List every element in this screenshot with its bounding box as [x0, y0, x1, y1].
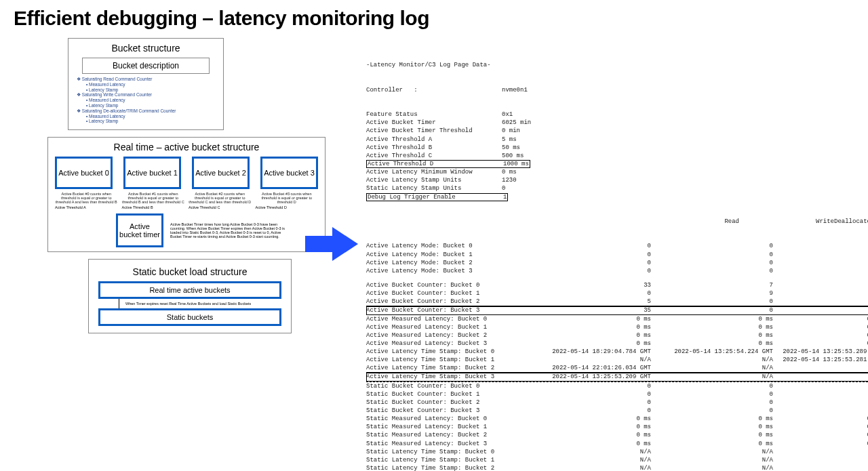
threshold-label: Active Threshold D [256, 205, 319, 209]
bucket-subitem: Measured Latency [77, 82, 216, 87]
log-row: Static Bucket Counter: Bucket 2000 [366, 398, 868, 407]
log-row: Active Latency Time Stamp: Bucket 22022-… [366, 364, 868, 373]
static-bucket-panel: Static bucket load structure Real time a… [88, 259, 292, 333]
static-panel-title: Static bucket load structure [98, 266, 281, 277]
arrow-icon [305, 224, 359, 264]
log-field: Feature Status0x1 [366, 110, 868, 119]
bucket-structure-list: Saturating Read Command CounterMeasured … [75, 77, 216, 124]
bucket-desc: Active Bucket #2 counts when threshold i… [189, 192, 252, 204]
threshold-label: Active Threshold B [122, 205, 185, 209]
log-field: Active Threshold C500 ms [366, 152, 868, 160]
bucket-item: Saturating De-allocate/TRIM Command Coun… [77, 108, 216, 114]
log-row: Static Bucket Counter: Bucket 0000 [366, 382, 868, 390]
bucket-subitem: Measured Latency [77, 98, 216, 103]
bucket-description-box: Bucket description [82, 58, 210, 74]
log-row: Active Latency Mode: Bucket 3000 [366, 267, 868, 275]
timer-description: Active Bucket Timer times how long Activ… [170, 222, 292, 239]
log-row: Active Bucket Counter: Bucket 33500 [366, 306, 868, 314]
log-field: Active Latency Stamp Units1230 [366, 176, 868, 184]
timer-expire-note: When Timer expires reset Real Time Activ… [98, 299, 281, 308]
bucket-subitem: Latency Stamp [77, 103, 216, 108]
active-bucket-row: Active bucket 0Active bucket 1Active buc… [55, 157, 318, 189]
log-row: Active Measured Latency: Bucket 30 ms0 m… [366, 340, 868, 348]
log-row: Static Bucket Counter: Bucket 1000 [366, 390, 868, 398]
log-row: Active Latency Time Stamp: Bucket 02022-… [366, 348, 868, 356]
col-dealloc: Deallocate/Trim [834, 218, 868, 226]
log-row: Static Latency Time Stamp: Bucket 0N/AN/… [366, 448, 868, 456]
col-read: Read [610, 218, 739, 226]
active-bucket-box: Active bucket 1 [123, 157, 181, 189]
bucket-structure-title: Bucket structure [75, 43, 216, 54]
active-bucket-box: Active bucket 0 [55, 157, 113, 189]
threshold-label: Active Threshold A [55, 205, 118, 209]
log-row: Static Latency Time Stamp: Bucket 1N/AN/… [366, 456, 868, 464]
bucket-desc: Active Bucket #0 counts when threshold i… [55, 192, 118, 204]
log-row: Static Measured Latency: Bucket 00 ms0 m… [366, 415, 868, 423]
log-row: Active Latency Time Stamp: Bucket 32022-… [366, 373, 868, 381]
log-row: Active Latency Mode: Bucket 1000 [366, 251, 868, 259]
log-field: Active Bucket Timer6025 min [366, 119, 868, 127]
log-row: Static Measured Latency: Bucket 20 ms0 m… [366, 431, 868, 439]
col-write: Write [739, 218, 834, 226]
active-bucket-timer-box: Active bucket timer [116, 213, 163, 247]
static-buckets-box: Static buckets [98, 308, 281, 326]
threshold-row: Active Threshold AActive Threshold BActi… [55, 205, 318, 209]
log-row: Static Measured Latency: Bucket 30 ms0 m… [366, 440, 868, 448]
log-row: Active Measured Latency: Bucket 20 ms0 m… [366, 331, 868, 340]
log-row: Static Bucket Counter: Bucket 3000 [366, 407, 868, 415]
log-row: Static Measured Latency: Bucket 10 ms0 m… [366, 423, 868, 431]
bucket-item: Saturating Write Command Counter [77, 92, 216, 98]
active-bucket-box: Active bucket 2 [192, 157, 250, 189]
log-row: Active Latency Mode: Bucket 0000 [366, 242, 868, 250]
log-row: Static Latency Time Stamp: Bucket 2N/AN/… [366, 464, 868, 471]
realtime-panel: Real time – active bucket structure Acti… [47, 137, 326, 252]
bucket-subitem: Latency Stamp [77, 119, 216, 124]
log-header: -Latency Monitor/C3 Log Page Data- [366, 61, 868, 69]
realtime-active-buckets-box: Real time active buckets [98, 281, 281, 299]
log-row: Active Bucket Counter: Bucket 2500 [366, 298, 868, 306]
log-field: Active Latency Minimum Window0 ms [366, 168, 868, 176]
log-field: Static Latency Stamp Units0 [366, 184, 868, 192]
realtime-title: Real time – active bucket structure [55, 142, 318, 152]
bucket-desc: Active Bucket #1 counts when threshold i… [122, 192, 185, 204]
controller-key: Controller : [366, 86, 502, 94]
bucket-desc-row: Active Bucket #0 counts when threshold i… [55, 192, 318, 204]
log-output: -Latency Monitor/C3 Log Page Data- Contr… [326, 38, 868, 471]
bucket-item: Saturating Read Command Counter [77, 77, 216, 82]
log-row: Active Bucket Counter: Bucket 0337147 [366, 281, 868, 289]
bucket-subitem: Latency Stamp [77, 87, 216, 93]
log-field: Active Threshold B50 ms [366, 144, 868, 152]
bucket-structure-panel: Bucket structure Bucket description Satu… [68, 38, 224, 130]
log-row: Active Bucket Counter: Bucket 1090 [366, 289, 868, 298]
log-field: Active Bucket Timer Threshold0 min [366, 127, 868, 135]
log-row: Active Latency Mode: Bucket 2000 [366, 259, 868, 267]
log-field: Debug Log Trigger Enable1 [366, 193, 868, 201]
log-row: Active Latency Time Stamp: Bucket 1N/AN/… [366, 356, 868, 364]
controller-value: nvme0n1 [502, 87, 528, 94]
threshold-label: Active Threshold C [189, 205, 252, 209]
active-bucket-box: Active bucket 3 [260, 157, 318, 189]
log-row: Active Measured Latency: Bucket 00 ms0 m… [366, 315, 868, 323]
bucket-subitem: Measured Latency [77, 114, 216, 119]
log-row: Active Measured Latency: Bucket 10 ms0 m… [366, 323, 868, 331]
log-field: Active Threshold D1000 ms [366, 160, 868, 168]
log-field: Active Threshold A5 ms [366, 136, 868, 144]
page-title: Efficient debugging – latency monitoring… [14, 7, 854, 30]
log-table-header: Read Write Deallocate/Trim [366, 218, 868, 226]
bucket-desc: Active Bucket #3 counts when threshold i… [256, 192, 319, 204]
